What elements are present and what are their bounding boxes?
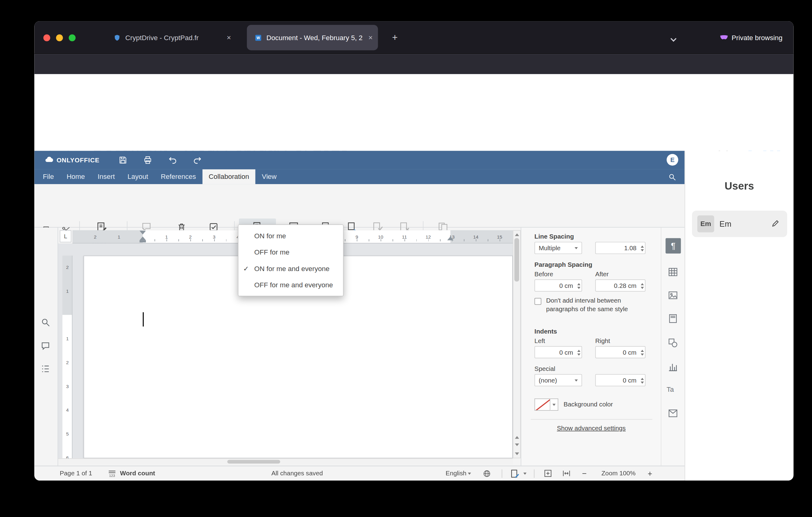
indent-left-value: 0 cm	[559, 349, 573, 356]
ruler-number: 1	[164, 234, 170, 240]
header-footer-settings-icon[interactable]	[668, 313, 678, 324]
edit-name-pencil-icon[interactable]	[771, 219, 780, 227]
menu-item-label: OFF for me and everyone	[254, 281, 333, 289]
oo-header-bar: ONLYOFFICE E	[34, 151, 685, 169]
left-indent-marker[interactable]	[140, 240, 146, 242]
table-settings-icon[interactable]	[668, 267, 678, 277]
tab-stop-selector[interactable]: L	[60, 230, 71, 243]
scroll-down-arrow[interactable]	[515, 452, 519, 455]
word-count-label[interactable]: Word count	[120, 466, 155, 481]
track-changes-status-icon[interactable]	[510, 469, 520, 479]
doc-favicon: W	[254, 34, 262, 42]
redo-icon[interactable]	[193, 156, 202, 165]
undo-icon[interactable]	[168, 156, 177, 165]
navigation-headings-icon[interactable]	[41, 364, 50, 374]
chart-settings-icon[interactable]	[668, 361, 678, 372]
line-spacing-mode-select[interactable]: Multiple	[534, 242, 582, 254]
spinner-arrows[interactable]	[577, 281, 580, 290]
advanced-settings-link[interactable]: Show advanced settings	[521, 425, 662, 432]
tab-document[interactable]: W Document - Wed, February 5, 2 ×	[247, 25, 378, 50]
zoom-in-button[interactable]: +	[648, 466, 652, 481]
no-interval-checkbox[interactable]	[534, 298, 541, 305]
menu-tab-insert[interactable]: Insert	[91, 169, 121, 184]
menu-tab-file[interactable]: File	[36, 169, 60, 184]
spinner-arrows[interactable]	[641, 281, 644, 290]
spinner-arrows[interactable]	[577, 348, 580, 357]
status-separator	[534, 469, 534, 478]
vertical-ruler[interactable]: 2 1 1 2 3 4 5 6	[62, 256, 72, 459]
new-tab-button[interactable]: +	[388, 30, 402, 45]
ruler-number: 5	[62, 431, 72, 436]
menu-tab-references[interactable]: References	[154, 169, 202, 184]
mail-merge-icon[interactable]	[668, 409, 678, 418]
language-selector[interactable]: English	[446, 466, 471, 481]
menu-tab-home[interactable]: Home	[60, 169, 91, 184]
paragraph-settings-icon[interactable]: ¶	[665, 238, 681, 253]
previous-page-button[interactable]	[515, 436, 519, 439]
menu-item-off-for-everyone[interactable]: OFF for me and everyone	[238, 277, 343, 293]
image-settings-icon[interactable]	[668, 290, 678, 301]
zoom-out-button[interactable]: −	[582, 466, 586, 481]
indent-right-spinner[interactable]: 0 cm	[596, 346, 645, 358]
menu-item-off-for-me[interactable]: OFF for me	[238, 244, 343, 261]
cryptpad-favicon	[113, 34, 121, 42]
zoom-level-label[interactable]: Zoom 100%	[595, 466, 642, 481]
spacing-before-spinner[interactable]: 0 cm	[534, 279, 582, 292]
spinner-arrows[interactable]	[641, 348, 644, 357]
fit-page-icon[interactable]	[543, 469, 552, 478]
menu-item-label: ON for me and everyone	[254, 265, 329, 273]
svg-text:123: 123	[109, 473, 115, 478]
save-icon[interactable]	[118, 156, 127, 164]
spinner-arrows[interactable]	[641, 244, 644, 253]
traffic-close-button[interactable]	[44, 34, 50, 41]
first-line-indent-marker[interactable]	[140, 230, 146, 234]
track-status-chevron[interactable]	[522, 466, 526, 481]
horizontal-scroll-thumb[interactable]	[227, 460, 280, 464]
editor-search-icon[interactable]	[668, 173, 676, 181]
print-icon[interactable]	[143, 156, 152, 164]
menu-tab-collaboration[interactable]: Collaboration	[202, 169, 256, 184]
menu-tab-layout[interactable]: Layout	[121, 169, 154, 184]
no-interval-label-line1: Don't add interval between	[546, 297, 621, 304]
menu-item-label: OFF for me	[254, 248, 289, 256]
special-amount-spinner[interactable]: 0 cm	[596, 374, 645, 386]
find-icon[interactable]	[41, 318, 50, 327]
menu-item-on-for-me[interactable]: ON for me	[238, 227, 343, 244]
indent-right-label: Right	[596, 337, 610, 345]
user-list-item[interactable]: Em Em	[692, 211, 787, 237]
tab-cryptdrive[interactable]: CryptDrive - CryptPad.fr ×	[106, 25, 236, 50]
horizontal-scrollbar[interactable]	[58, 458, 513, 465]
spinner-arrows[interactable]	[641, 376, 644, 385]
screen: CryptDrive - CryptPad.fr × W Document - …	[0, 0, 812, 517]
vertical-scroll-thumb[interactable]	[514, 238, 519, 282]
shape-settings-icon[interactable]	[668, 337, 678, 348]
background-color-dropdown[interactable]	[550, 399, 558, 411]
menu-item-on-for-everyone[interactable]: ✓ ON for me and everyone	[238, 260, 343, 277]
traffic-zoom-button[interactable]	[69, 34, 76, 41]
background-color-swatch[interactable]	[534, 399, 550, 411]
onlyoffice-editor: ONLYOFFICE E File Home Insert Layout Ref…	[34, 151, 685, 480]
collaborator-avatar[interactable]: E	[667, 154, 678, 166]
indent-left-spinner[interactable]: 0 cm	[534, 346, 582, 358]
comments-panel-icon[interactable]	[41, 341, 50, 351]
traffic-minimize-button[interactable]	[56, 34, 63, 41]
tab-overflow-chevron-icon[interactable]	[671, 35, 675, 45]
fit-width-icon[interactable]	[562, 469, 571, 478]
page-count-label[interactable]: Page 1 of 1	[60, 466, 92, 481]
menu-tab-view[interactable]: View	[256, 169, 283, 184]
text-art-settings-icon[interactable]: Ta	[667, 385, 674, 393]
hanging-indent-marker[interactable]	[140, 237, 146, 240]
no-interval-label-line2: paragraphs of the same style	[546, 305, 628, 313]
next-page-button[interactable]	[515, 443, 519, 446]
spellcheck-globe-icon[interactable]	[483, 469, 491, 478]
spacing-after-spinner[interactable]: 0.28 cm	[596, 279, 645, 292]
ruler-number: 2	[62, 265, 72, 270]
special-select[interactable]: (none)	[534, 374, 582, 386]
tab-close-icon[interactable]: ×	[226, 33, 236, 42]
line-spacing-value-spinner[interactable]: 1.08	[596, 242, 645, 254]
right-indent-marker[interactable]	[447, 237, 454, 240]
scroll-up-arrow[interactable]	[515, 234, 519, 236]
line-spacing-mode-value: Multiple	[539, 244, 560, 251]
tab-close-icon[interactable]: ×	[368, 33, 378, 42]
vertical-scrollbar[interactable]	[513, 230, 521, 459]
